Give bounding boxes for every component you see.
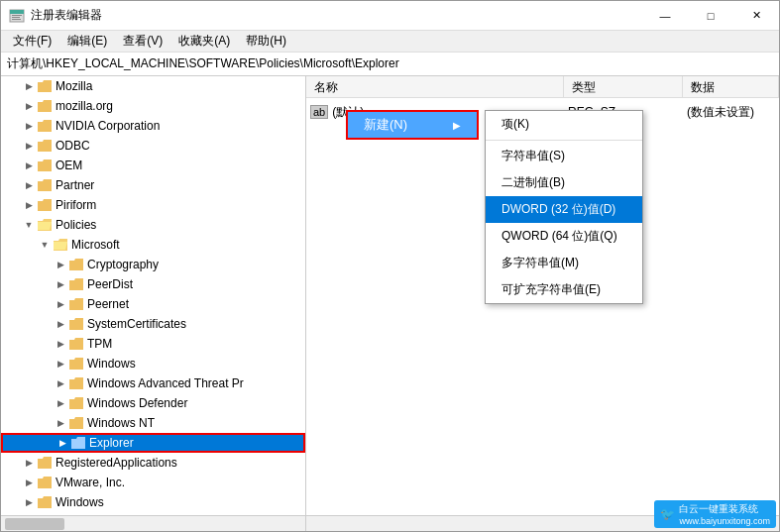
menubar: 文件(F) 编辑(E) 查看(V) 收藏夹(A) 帮助(H) <box>1 31 779 53</box>
folder-icon <box>68 375 84 391</box>
tree-toggle[interactable]: ▶ <box>53 415 68 431</box>
folder-icon <box>68 415 84 431</box>
cell-name: ab (默认) <box>310 104 568 121</box>
app-icon <box>9 8 25 24</box>
tree-item-windowsnt[interactable]: ▶ Windows NT <box>1 413 305 433</box>
submenu-item-multistring[interactable]: 多字符串值(M) <box>486 250 642 276</box>
tree-label: Windows <box>87 357 136 371</box>
tree-label: VMware, Inc. <box>56 476 125 489</box>
tree-toggle[interactable]: ▶ <box>53 356 68 372</box>
menu-view[interactable]: 查看(V) <box>115 31 170 52</box>
menu-help[interactable]: 帮助(H) <box>238 31 294 52</box>
tree-label: Partner <box>56 178 94 192</box>
tree-item-piriform[interactable]: ▶ Piriform <box>1 195 305 215</box>
tree-item-peerdist[interactable]: ▶ PeerDist <box>1 274 305 294</box>
submenu-divider <box>486 140 642 141</box>
tree-panel[interactable]: ▶ Mozilla ▶ mozilla.org ▶ NVI <box>1 76 306 515</box>
tree-item-vmware[interactable]: ▶ VMware, Inc. <box>1 473 305 492</box>
tree-toggle[interactable]: ▶ <box>53 395 68 411</box>
tree-item-mozillaorg[interactable]: ▶ mozilla.org <box>1 96 305 116</box>
submenu-item-dword[interactable]: DWORD (32 位)值(D) <box>486 196 642 223</box>
tree-item-nvidia[interactable]: ▶ NVIDIA Corporation <box>1 116 305 136</box>
tree-toggle[interactable]: ▶ <box>53 276 68 292</box>
folder-icon <box>37 177 53 193</box>
tree-toggle[interactable]: ▶ <box>21 118 37 134</box>
tree-toggle[interactable]: ▶ <box>53 257 68 272</box>
tree-label: Mozilla <box>56 79 92 93</box>
close-button[interactable]: ✕ <box>733 1 779 31</box>
tree-item-cryptography[interactable]: ▶ Cryptography <box>1 255 305 274</box>
minimize-button[interactable]: — <box>642 1 688 31</box>
main-content: ▶ Mozilla ▶ mozilla.org ▶ NVI <box>1 76 779 515</box>
tree-item-mozilla[interactable]: ▶ Mozilla <box>1 76 305 96</box>
watermark-brand: 白云一键重装系统 <box>679 502 770 516</box>
tree-toggle[interactable]: ▶ <box>21 475 37 490</box>
tree-label: NVIDIA Corporation <box>56 119 160 133</box>
tree-hscrollbar[interactable] <box>1 515 306 531</box>
tree-label: SystemCertificates <box>87 317 186 331</box>
tree-toggle[interactable]: ▶ <box>21 98 37 114</box>
submenu-item-binary[interactable]: 二进制值(B) <box>486 169 642 196</box>
tree-label: Windows Advanced Threat Pr <box>87 376 244 390</box>
folder-open-icon <box>37 217 53 233</box>
folder-icon <box>37 494 53 510</box>
address-path: 计算机\HKEY_LOCAL_MACHINE\SOFTWARE\Policies… <box>7 55 399 72</box>
folder-icon <box>37 455 53 471</box>
tree-item-microsoft[interactable]: ▼ Microsoft <box>1 235 305 255</box>
tree-toggle[interactable]: ▶ <box>53 375 68 391</box>
tree-item-watp[interactable]: ▶ Windows Advanced Threat Pr <box>1 373 305 393</box>
hscroll-thumb[interactable] <box>5 518 64 530</box>
folder-icon <box>37 138 53 154</box>
tree-toggle[interactable]: ▼ <box>21 217 37 233</box>
folder-icon <box>68 276 84 292</box>
tree-item-oem[interactable]: ▶ OEM <box>1 156 305 175</box>
tree-toggle[interactable]: ▶ <box>53 336 68 352</box>
col-header-name: 名称 <box>306 76 564 97</box>
tree-item-policies[interactable]: ▼ Policies <box>1 215 305 235</box>
menu-edit[interactable]: 编辑(E) <box>59 31 115 52</box>
submenu-item-expandstring[interactable]: 可扩充字符串值(E) <box>486 276 642 303</box>
tree-item-tpm[interactable]: ▶ TPM <box>1 334 305 354</box>
tree-toggle[interactable]: ▶ <box>21 455 37 471</box>
tree-toggle[interactable]: ▶ <box>21 158 37 173</box>
tree-toggle[interactable]: ▶ <box>55 435 70 451</box>
folder-icon <box>68 356 84 372</box>
titlebar: 注册表编辑器 — □ ✕ <box>1 1 779 31</box>
cell-type: REG_SZ <box>568 105 687 119</box>
tree-label: mozilla.org <box>56 99 113 113</box>
folder-icon <box>70 435 86 451</box>
menu-favorites[interactable]: 收藏夹(A) <box>170 31 238 52</box>
tree-toggle[interactable]: ▶ <box>53 296 68 312</box>
tree-toggle[interactable]: ▶ <box>21 78 37 94</box>
tree-toggle[interactable]: ▶ <box>21 138 37 154</box>
tree-label: Windows Defender <box>87 396 187 410</box>
tree-item-peernet[interactable]: ▶ Peernet <box>1 294 305 314</box>
tree-toggle[interactable]: ▼ <box>37 237 53 253</box>
tree-item-partner[interactable]: ▶ Partner <box>1 175 305 195</box>
tree-label: Explorer <box>89 436 134 450</box>
tree-item-systemcerts[interactable]: ▶ SystemCertificates <box>1 314 305 334</box>
table-row[interactable]: ab (默认) REG_SZ (数值未设置) <box>306 102 779 122</box>
tree-toggle[interactable]: ▶ <box>53 316 68 332</box>
tree-toggle[interactable]: ▶ <box>21 197 37 213</box>
tree-label: Cryptography <box>87 258 159 271</box>
tree-item-explorer[interactable]: ▶ Explorer <box>1 433 305 453</box>
tree-item-windows-root[interactable]: ▶ Windows <box>1 492 305 512</box>
tree-item-defender[interactable]: ▶ Windows Defender <box>1 393 305 413</box>
tree-toggle[interactable]: ▶ <box>21 494 37 510</box>
main-window: 注册表编辑器 — □ ✕ 文件(F) 编辑(E) 查看(V) 收藏夹(A) 帮助… <box>0 0 780 532</box>
tree-label: PeerDist <box>87 277 133 291</box>
submenu-item-qword[interactable]: QWORD (64 位)值(Q) <box>486 223 642 250</box>
tree-item-windows-ms[interactable]: ▶ Windows <box>1 354 305 373</box>
tree-label: Windows NT <box>87 416 155 430</box>
menu-file[interactable]: 文件(F) <box>5 31 59 52</box>
submenu-item-string[interactable]: 字符串值(S) <box>486 143 642 169</box>
svg-rect-2 <box>12 15 22 16</box>
tree-item-regapps[interactable]: ▶ RegisteredApplications <box>1 453 305 473</box>
tree-item-odbc[interactable]: ▶ ODBC <box>1 136 305 156</box>
tree-toggle[interactable]: ▶ <box>21 177 37 193</box>
maximize-button[interactable]: □ <box>688 1 733 31</box>
svg-rect-1 <box>10 10 24 14</box>
watermark: 🐦 白云一键重装系统 www.baiyunxitong.com <box>654 500 776 528</box>
folder-icon <box>68 316 84 332</box>
